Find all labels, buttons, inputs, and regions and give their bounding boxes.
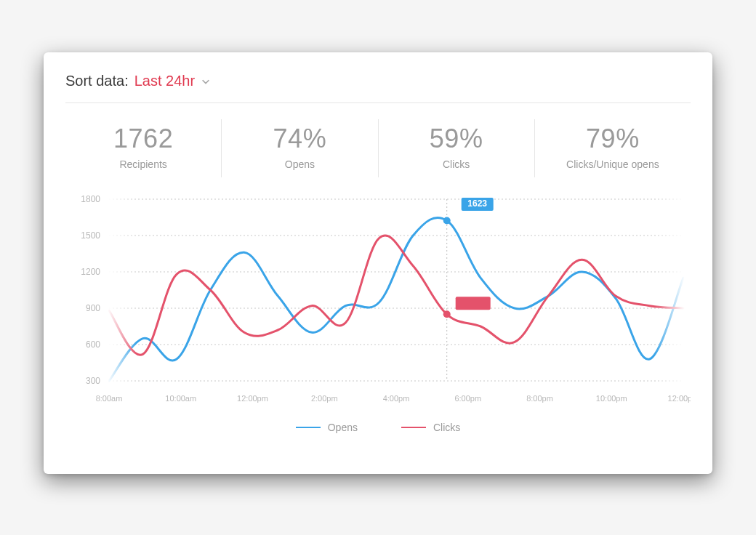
svg-text:600: 600 bbox=[86, 339, 100, 350]
sort-label: Sort data: bbox=[65, 73, 129, 89]
sort-dropdown[interactable]: Last 24hr bbox=[134, 73, 211, 89]
stat-label: Clicks/Unique opens bbox=[535, 158, 691, 170]
svg-text:300: 300 bbox=[86, 376, 100, 386]
svg-text:900: 900 bbox=[86, 303, 100, 313]
svg-text:1623: 1623 bbox=[467, 198, 487, 209]
stat-recipients: 1762 Recipients bbox=[65, 119, 221, 177]
stat-opens: 74% Opens bbox=[221, 119, 377, 177]
svg-text:10:00am: 10:00am bbox=[165, 394, 196, 403]
stat-value: 74% bbox=[222, 124, 377, 154]
analytics-card: Sort data: Last 24hr 1762 Recipients 74%… bbox=[44, 52, 712, 474]
chart-svg: 30060090012001500180016238:00am10:00am12… bbox=[65, 192, 691, 417]
legend-swatch-opens bbox=[296, 427, 321, 428]
svg-text:12:00pm: 12:00pm bbox=[668, 394, 691, 403]
stat-value: 1762 bbox=[65, 124, 221, 154]
svg-rect-19 bbox=[456, 297, 491, 310]
stat-value: 79% bbox=[535, 124, 691, 154]
stat-label: Opens bbox=[222, 158, 377, 170]
svg-rect-13 bbox=[108, 198, 137, 382]
sort-row: Sort data: Last 24hr bbox=[65, 73, 691, 103]
svg-text:8:00am: 8:00am bbox=[96, 394, 123, 403]
legend-label-opens: Opens bbox=[328, 422, 358, 433]
svg-point-15 bbox=[443, 217, 451, 225]
svg-text:1500: 1500 bbox=[81, 230, 100, 241]
svg-text:4:00pm: 4:00pm bbox=[383, 394, 410, 403]
legend-label-clicks: Clicks bbox=[433, 422, 460, 433]
stat-clicks: 59% Clicks bbox=[378, 119, 534, 177]
svg-text:2:00pm: 2:00pm bbox=[311, 394, 338, 403]
chevron-down-icon bbox=[201, 76, 211, 87]
svg-text:8:00pm: 8:00pm bbox=[526, 394, 553, 403]
sort-value-text: Last 24hr bbox=[134, 73, 195, 89]
stat-clicks-unique: 79% Clicks/Unique opens bbox=[534, 119, 691, 177]
stats-row: 1762 Recipients 74% Opens 59% Clicks 79%… bbox=[65, 103, 691, 185]
stat-label: Recipients bbox=[65, 158, 221, 170]
svg-text:1200: 1200 bbox=[81, 267, 100, 277]
chart[interactable]: 30060090012001500180016238:00am10:00am12… bbox=[65, 192, 691, 417]
svg-text:10:00pm: 10:00pm bbox=[596, 394, 627, 403]
stat-value: 59% bbox=[379, 124, 534, 154]
svg-text:12:00pm: 12:00pm bbox=[237, 394, 268, 403]
svg-text:1800: 1800 bbox=[81, 194, 100, 204]
stat-label: Clicks bbox=[379, 158, 534, 170]
svg-point-16 bbox=[443, 310, 451, 318]
legend-item-opens: Opens bbox=[296, 422, 358, 433]
legend-item-clicks: Clicks bbox=[401, 422, 460, 433]
legend-swatch-clicks bbox=[401, 427, 426, 428]
chart-legend: Opens Clicks bbox=[65, 422, 691, 433]
svg-text:6:00pm: 6:00pm bbox=[454, 394, 481, 403]
